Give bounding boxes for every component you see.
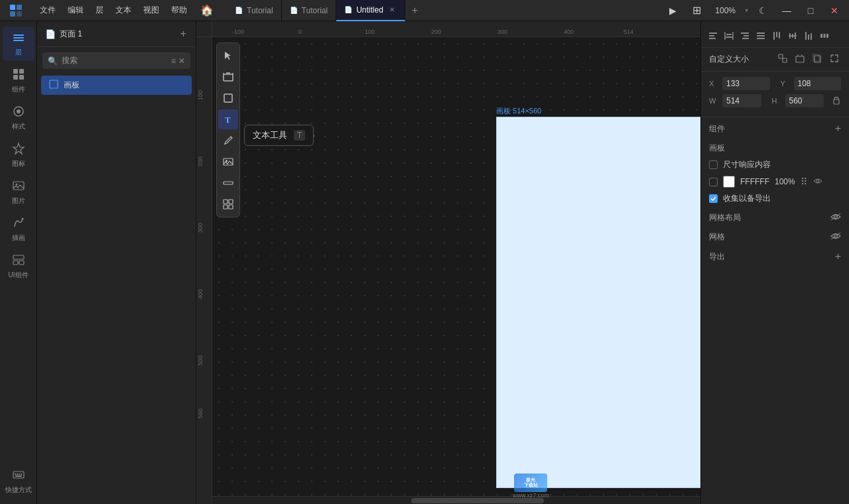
svg-rect-27: [224, 74, 233, 81]
add-component-button[interactable]: +: [835, 123, 841, 135]
custom-size-label: 自定义大小: [709, 54, 749, 65]
canvas-area[interactable]: -100 0 100 200 300 400 514 100 200 300 4…: [196, 21, 700, 504]
grid-layout-eye-icon[interactable]: [830, 213, 841, 223]
sidebar-item-icons[interactable]: 图标: [3, 138, 34, 172]
svg-rect-61: [795, 32, 796, 39]
search-input[interactable]: 搜索: [62, 55, 167, 66]
tab-tutorial-2[interactable]: 📄 Tutorial: [282, 0, 337, 21]
sidebar-item-illustration[interactable]: 插画: [3, 212, 34, 247]
titlebar: 文件 编辑 层 文本 视图 帮助 🏠 📄 Tutorial 📄 Tutorial…: [0, 0, 849, 21]
home-button[interactable]: 🏠: [198, 1, 216, 20]
export-section-title: 导出 +: [701, 245, 849, 265]
menu-layer[interactable]: 层: [90, 2, 109, 19]
align-top-icon[interactable]: [770, 29, 783, 44]
grid-layout-section-title: 网格布局: [701, 207, 849, 226]
export-checkbox[interactable]: [709, 194, 718, 203]
minimize-button[interactable]: —: [777, 1, 796, 20]
expand-icon[interactable]: [828, 52, 841, 67]
align-right-icon[interactable]: [738, 29, 751, 44]
ruler-vertical: 100 200 300 400 500 560: [196, 37, 212, 504]
components-section-title: 组件 +: [701, 117, 849, 137]
menu-help[interactable]: 帮助: [166, 2, 192, 19]
color-eye-icon[interactable]: [813, 177, 822, 186]
play-button[interactable]: ▶: [663, 1, 682, 20]
right-panel: 自定义大小 X 133 Y 1: [700, 21, 849, 504]
menu-text[interactable]: 文本: [110, 2, 137, 19]
align-spread-icon[interactable]: [818, 29, 831, 44]
text-tool[interactable]: T: [218, 109, 238, 129]
svg-rect-6: [13, 40, 24, 41]
resize-icon[interactable]: [776, 52, 789, 67]
darkmode-button[interactable]: ☾: [753, 1, 772, 20]
sidebar-item-label: 样式: [12, 122, 25, 131]
add-page-button[interactable]: +: [179, 27, 188, 41]
y-input[interactable]: 108: [794, 77, 842, 90]
sidebar-item-ui-components[interactable]: UI组件: [3, 249, 34, 284]
svg-rect-4: [13, 34, 24, 36]
sidebar-item-styles[interactable]: 样式: [3, 101, 34, 135]
x-label: X: [709, 80, 717, 88]
search-filter-button[interactable]: ≡: [171, 56, 176, 66]
color-opacity-value[interactable]: 100%: [775, 177, 795, 186]
ruler-horizontal: -100 0 100 200 300 400 514: [212, 21, 700, 37]
tab-tutorial-1[interactable]: 📄 Tutorial: [227, 0, 282, 21]
copy-icon[interactable]: [811, 52, 824, 67]
menu-view[interactable]: 视图: [138, 2, 164, 19]
color-swatch[interactable]: [723, 176, 735, 188]
add-export-button[interactable]: +: [835, 251, 841, 263]
page-icon: 📄: [45, 29, 56, 39]
horizontal-scrollbar[interactable]: [212, 496, 700, 504]
color-hex-value[interactable]: FFFFFF: [740, 177, 769, 186]
svg-rect-17: [13, 255, 24, 259]
align-left-icon[interactable]: [706, 29, 720, 44]
tab-add-button[interactable]: +: [405, 5, 424, 17]
layer-item-artboard[interactable]: 画板: [41, 76, 192, 95]
image-tool[interactable]: [218, 152, 238, 172]
sidebar-item-components[interactable]: 组件: [3, 64, 34, 98]
watermark: 极光下载站 www.xz7.com: [513, 473, 549, 499]
keyboard-icon: [12, 468, 25, 483]
new-artboard-icon[interactable]: [793, 52, 807, 67]
align-justify-icon[interactable]: [754, 29, 767, 44]
color-options-icon[interactable]: ⠿: [801, 176, 808, 187]
align-center-icon[interactable]: [722, 29, 736, 44]
maximize-button[interactable]: □: [801, 1, 820, 20]
sidebar-item-images[interactable]: 图片: [3, 175, 34, 210]
menu-file[interactable]: 文件: [34, 2, 61, 19]
components-label: 组件: [709, 123, 725, 135]
scrollbar-thumb[interactable]: [411, 498, 544, 503]
tab-untitled[interactable]: 📄 Untitled ✕: [336, 0, 405, 21]
ruler-tick: 514: [623, 29, 633, 35]
color-visibility-checkbox[interactable]: [709, 178, 718, 186]
align-bottom-icon[interactable]: [802, 29, 815, 44]
close-button[interactable]: ✕: [825, 1, 844, 20]
h-label: H: [772, 97, 780, 105]
lock-aspect-icon[interactable]: [832, 95, 841, 106]
tab-close-button[interactable]: ✕: [387, 5, 397, 14]
sidebar-item-layer[interactable]: 层: [3, 27, 34, 61]
menu-edit[interactable]: 编辑: [62, 2, 89, 19]
images-icon: [12, 179, 25, 194]
grid-tool[interactable]: [218, 194, 238, 214]
select-tool[interactable]: [218, 46, 238, 66]
pen-tool[interactable]: [218, 131, 238, 151]
grid-section-title: 网格: [701, 226, 849, 245]
rect-tool[interactable]: [218, 88, 238, 108]
sidebar-item-shortcuts[interactable]: 快捷方式: [3, 464, 34, 499]
grid-button[interactable]: ⊞: [687, 1, 706, 20]
component-tool[interactable]: [218, 173, 238, 193]
search-close-button[interactable]: ✕: [178, 56, 185, 66]
ruler-tick: 500: [197, 355, 204, 365]
svg-rect-3: [17, 11, 22, 17]
x-input[interactable]: 133: [722, 77, 770, 90]
artboard-box[interactable]: [496, 117, 700, 488]
x-row: X 133 Y 108: [709, 77, 841, 90]
size-response-checkbox[interactable]: [709, 160, 718, 169]
grid-eye-icon[interactable]: [830, 232, 841, 242]
h-input[interactable]: 560: [785, 94, 824, 107]
svg-rect-19: [19, 261, 24, 265]
frame-tool[interactable]: [218, 67, 238, 87]
align-middle-icon[interactable]: [786, 29, 799, 44]
zoom-control[interactable]: 100%: [711, 5, 740, 17]
w-input[interactable]: 514: [722, 94, 761, 107]
